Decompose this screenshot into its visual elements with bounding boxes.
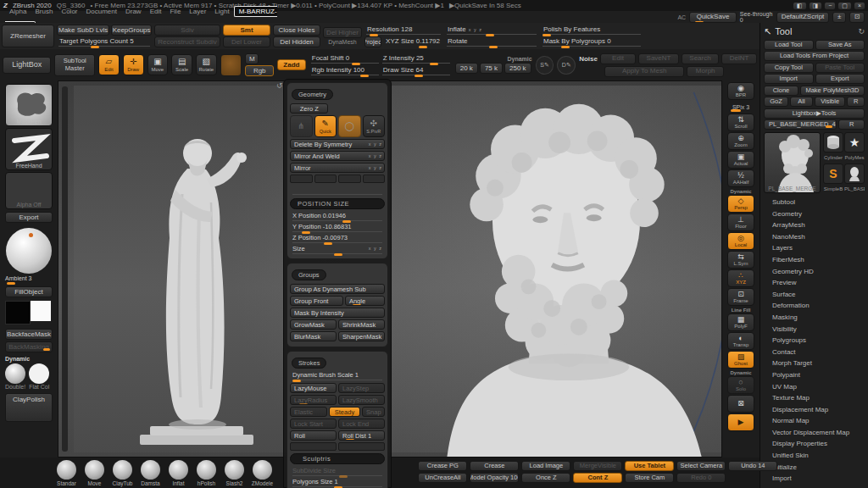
roll-dist-slider[interactable]: Roll Dist 1 xyxy=(338,430,385,441)
shelf-button[interactable]: ▨ Ghost xyxy=(727,351,754,369)
quick-mode-button[interactable]: ✎Quick xyxy=(314,115,337,137)
shelf-button[interactable]: ▦ PolyF xyxy=(727,313,754,331)
menu-item[interactable]: Layer xyxy=(185,7,210,16)
mask-by-polygroups-slider[interactable]: Mask By Polygroups 0 xyxy=(541,36,643,47)
quick-brush[interactable]: Damsta xyxy=(136,460,164,486)
bottom-button[interactable]: Once Z xyxy=(521,473,570,483)
tool-section-item[interactable]: Export xyxy=(764,485,865,488)
dock-left-icon[interactable]: ◧ xyxy=(793,2,807,10)
tool-section-item[interactable]: Masking xyxy=(764,312,865,324)
load-tool-button[interactable]: Load Tool xyxy=(764,40,814,50)
tool-section-item[interactable]: Import xyxy=(764,473,865,485)
bottom-button[interactable]: Use Tablet xyxy=(625,461,674,471)
simplebrush-tool-thumbnail[interactable]: S xyxy=(823,164,843,184)
shelf-button[interactable]: Line Fill xyxy=(727,307,754,313)
tool-section-item[interactable]: Initialize xyxy=(764,462,865,474)
make-subd-button[interactable]: Make SubD Lvls xyxy=(57,25,109,36)
draw-mode-button[interactable]: ✛Draw xyxy=(123,54,144,75)
delete-by-symmetry-button[interactable]: Delete By Symmetryx y z xyxy=(290,139,385,149)
pivot-reset-button[interactable]: ✣S.PivR xyxy=(363,115,386,137)
menu-item[interactable]: Brush xyxy=(31,7,57,16)
current-stroke-thumbnail[interactable]: FreeHand xyxy=(5,128,53,170)
tool-section-item[interactable]: Texture Map xyxy=(764,392,865,404)
plbase-tool-thumbnail[interactable] xyxy=(844,164,865,184)
roll-button[interactable]: Roll xyxy=(290,430,337,441)
menu-item[interactable]: Light xyxy=(210,7,233,16)
shelf-button[interactable]: ⇆ L.Sym xyxy=(727,251,754,269)
dynamic-mode-icon[interactable]: D✎ xyxy=(557,56,576,75)
rgb-button[interactable]: Rgb xyxy=(245,65,274,76)
shelf-button[interactable]: ∴ XYZ xyxy=(727,269,754,287)
tool-section-item[interactable]: NanoMesh xyxy=(764,231,865,243)
tool-section-item[interactable]: Deformation xyxy=(764,300,865,312)
mirror-and-weld-button[interactable]: Mirror And Weldx y z xyxy=(290,151,385,161)
shelf-button[interactable]: ½ AAHalf xyxy=(727,169,754,187)
main-color-swatch[interactable] xyxy=(5,301,31,324)
back-arrow-icon[interactable]: ↖ xyxy=(764,26,771,37)
subtool-master-button[interactable]: SubTool Master xyxy=(54,54,95,76)
texture-export-button[interactable]: Export xyxy=(5,212,53,223)
shelf-button[interactable]: ⇅ Scroll xyxy=(727,114,754,131)
shelf-button[interactable]: ◇ Persp xyxy=(727,195,754,213)
quick-brush[interactable]: hPolish xyxy=(192,460,220,486)
shelf-button[interactable]: Dynamic xyxy=(727,369,754,376)
polymesh3d-tool-thumbnail[interactable]: ★ xyxy=(844,132,865,152)
rgb-intensity-slider[interactable]: Rgb Intensity 100 xyxy=(309,65,381,76)
poly-75k-button[interactable]: 75 k xyxy=(480,63,503,74)
current-brush-thumbnail[interactable]: MaskPen xyxy=(5,84,53,126)
mask-by-intensity-button[interactable]: Mask By Intensity xyxy=(290,308,385,318)
shelf-button[interactable]: ○ Solo xyxy=(727,376,754,394)
smt-toggle[interactable]: Smt xyxy=(223,25,270,36)
tool-section-item[interactable]: Morph Target xyxy=(764,358,865,369)
sharpenmask-button[interactable]: SharpenMask xyxy=(338,331,385,341)
polygons-size-slider[interactable]: Polygons Size 1 xyxy=(290,477,385,488)
edit-mode-button[interactable]: ▱Edit xyxy=(98,54,120,75)
palette-icon[interactable]: ± xyxy=(832,12,846,23)
shelf-button[interactable]: ▣ Actual xyxy=(727,151,754,169)
current-tool-slider[interactable]: PL_BASE_MERGED. 48 xyxy=(764,119,837,130)
zremesher-button[interactable]: ZRemesher xyxy=(2,25,54,47)
tool-section-item[interactable]: Subtool xyxy=(764,197,865,208)
dock-right-icon[interactable]: ◨ xyxy=(809,2,823,10)
quicksave-button[interactable]: QuickSave xyxy=(689,12,737,23)
shelf-button[interactable]: ⊕ Zoom xyxy=(727,132,754,150)
panel-cycle-icon[interactable]: ↺ xyxy=(276,81,283,90)
menu-item[interactable]: File xyxy=(165,7,185,16)
bottom-button[interactable]: Load Image xyxy=(521,461,570,471)
refresh-icon[interactable]: ↻ xyxy=(858,27,865,36)
tool-r-button[interactable]: R xyxy=(838,119,865,130)
clone-button[interactable]: Clone xyxy=(764,86,798,96)
canvas-scrollbar[interactable] xyxy=(62,86,68,452)
dynamesh-label[interactable]: DynaMesh xyxy=(323,39,362,45)
tool-section-item[interactable]: Unified Skin xyxy=(764,450,865,462)
z-intensity-slider[interactable]: Z Intensity 25 xyxy=(381,53,452,64)
copy-tool-button[interactable]: Copy Tool xyxy=(764,63,814,73)
x-position-slider[interactable]: X Position 0.01946 xyxy=(290,211,385,222)
goz-all-button[interactable]: All xyxy=(790,97,813,107)
bottom-button[interactable]: Store Cam xyxy=(625,473,674,483)
shelf-button[interactable]: ◉ BPR xyxy=(727,82,754,100)
export-button[interactable]: Export xyxy=(815,74,865,84)
claypolish-button[interactable]: ClayPolish xyxy=(5,393,53,422)
current-material-sphere[interactable] xyxy=(6,228,52,274)
lazymouse-button[interactable]: LazyMouse xyxy=(290,383,337,393)
tool-section-item[interactable]: Display Properties xyxy=(764,438,865,450)
resolution-slider[interactable]: Resolution 128 xyxy=(364,25,442,36)
mirror-button[interactable]: Mirrorx y z xyxy=(290,163,385,173)
bottom-button[interactable]: Crease PG xyxy=(418,461,467,471)
tool-section-item[interactable]: Polygroups xyxy=(764,335,865,347)
size-slider[interactable]: Sizex y z xyxy=(290,244,385,255)
bottom-button[interactable]: Cont Z xyxy=(573,473,622,483)
shelf-button[interactable]: ◎ Local xyxy=(727,232,754,250)
blurmask-button[interactable]: BlurMask xyxy=(290,331,337,341)
quick-brush[interactable]: ClayTub xyxy=(108,460,136,486)
tool-section-item[interactable]: Polypaint xyxy=(764,369,865,381)
color-swatches[interactable] xyxy=(5,301,53,324)
shelf-button[interactable]: ⊡ Frame xyxy=(727,288,754,306)
menu-item[interactable]: Color xyxy=(57,7,81,16)
xyz-size-slider[interactable]: XYZ Size 0.11792 xyxy=(383,36,442,47)
see-through-slider[interactable]: See-through 0 xyxy=(740,11,773,23)
poly-20k-button[interactable]: 20 k xyxy=(455,63,478,74)
focal-shift-slider[interactable]: Focal Shift 0 xyxy=(309,53,381,64)
sculptris-pro-icon[interactable]: S✎ xyxy=(536,56,554,75)
